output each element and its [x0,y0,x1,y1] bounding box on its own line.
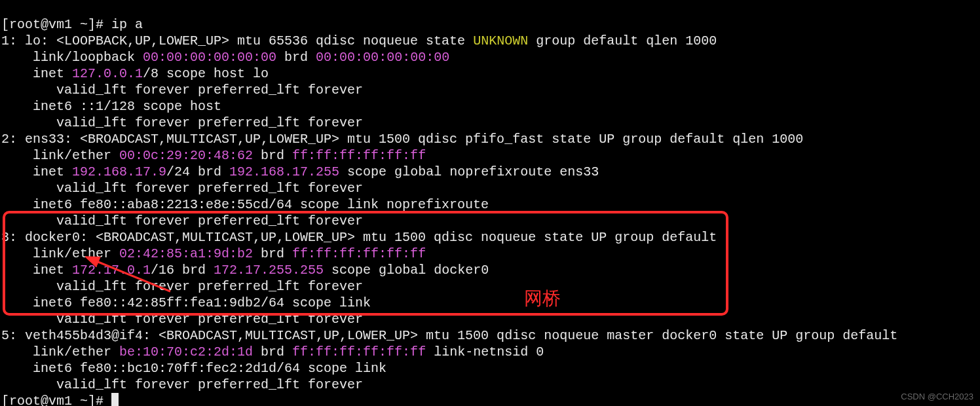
iface-lo-inet: inet 127.0.0.1/8 scope host lo [1,66,269,81]
command-text: ip a [111,17,143,32]
annotation-label: 网桥 [524,287,561,310]
iface-veth-inet6: inet6 fe80::bc10:70ff:fec2:2d1d/64 scope… [1,361,394,376]
valid-lft: valid_lft forever preferred_lft forever [1,83,363,98]
iface-docker0-inet: inet 172.17.0.1/16 brd 172.17.255.255 sc… [1,263,489,278]
iface-docker0-inet6: inet6 fe80::42:85ff:fea1:9db2/64 scope l… [1,295,379,310]
iface-lo-header: 1: lo: <LOOPBACK,UP,LOWER_UP> mtu 65536 … [1,33,717,48]
iface-veth-header: 5: veth455b4d3@if4: <BROADCAST,MULTICAST… [1,328,905,343]
watermark-text: CSDN @CCH2023 [901,392,973,402]
iface-ens33-inet: inet 192.168.17.9/24 brd 192.168.17.255 … [1,164,599,179]
valid-lft: valid_lft forever preferred_lft forever [1,181,363,196]
iface-veth-link: link/ether be:10:70:c2:2d:1d brd ff:ff:f… [1,344,544,360]
valid-lft: valid_lft forever preferred_lft forever [1,213,363,229]
prompt-line: [root@vm1 ~]# ip a [1,17,143,32]
state-unknown: UNKNOWN [473,33,528,48]
iface-docker0-header: 3: docker0: <BROADCAST,MULTICAST,UP,LOWE… [1,230,725,245]
prompt-line: [root@vm1 ~]# [1,394,119,406]
iface-ens33-header: 2: ens33: <BROADCAST,MULTICAST,UP,LOWER_… [1,132,803,147]
valid-lft: valid_lft forever preferred_lft forever [1,377,363,392]
iface-ens33-link: link/ether 00:0c:29:20:48:62 brd ff:ff:f… [1,148,426,163]
valid-lft: valid_lft forever preferred_lft forever [1,279,363,294]
valid-lft: valid_lft forever preferred_lft forever [1,312,363,327]
terminal-output[interactable]: [root@vm1 ~]# ip a 1: lo: <LOOPBACK,UP,L… [0,0,980,406]
iface-ens33-inet6: inet6 fe80::aba8:2213:e8e:55cd/64 scope … [1,197,497,212]
iface-docker0-link: link/ether 02:42:85:a1:9d:b2 brd ff:ff:f… [1,246,426,261]
iface-lo-link: link/loopback 00:00:00:00:00:00 brd 00:0… [1,50,449,65]
cursor-icon [111,393,119,406]
iface-lo-inet6: inet6 ::1/128 scope host [1,99,229,114]
valid-lft: valid_lft forever preferred_lft forever [1,115,363,130]
